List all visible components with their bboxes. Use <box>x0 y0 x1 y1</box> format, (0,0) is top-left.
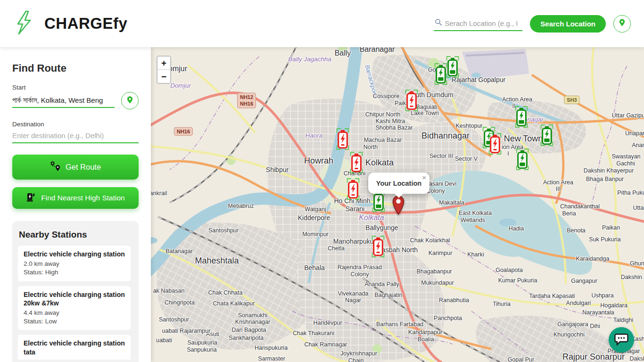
map-place-label: Baranagar <box>360 47 395 54</box>
get-route-button[interactable]: Get Route <box>12 155 139 180</box>
map-place-label: Sector III <box>429 153 453 159</box>
destination-label: Destination <box>12 121 139 128</box>
charging-station-marker-low[interactable] <box>350 152 363 173</box>
map-place-label: Machua Bazar <box>364 137 402 143</box>
map-place-label: Sanpukuria <box>187 346 216 353</box>
map-place-label: Manoharpukur <box>333 238 376 245</box>
start-input[interactable] <box>12 93 115 108</box>
map-place-label: Boalia <box>418 336 434 343</box>
charging-station-marker-low[interactable] <box>347 178 360 200</box>
map-place-label: Uttar <box>633 205 644 211</box>
find-nearest-high-label: Find Nearest High Station <box>41 194 124 202</box>
map-place-label: Hadia <box>509 225 524 232</box>
charging-station-marker-high[interactable] <box>446 56 459 78</box>
charging-station-marker-high[interactable] <box>516 148 529 170</box>
station-card[interactable]: Electric vehicle charging station tata4.… <box>18 335 131 360</box>
map-place-label: Uriapara <box>625 130 644 137</box>
map-place-label: Chata Kalikapur <box>213 300 255 307</box>
map-place-label: Sector V <box>455 156 478 162</box>
search-location-button[interactable]: Search Location <box>530 15 606 33</box>
map-place-label: Cossipore <box>373 93 399 99</box>
map-place-label: Karaidandga <box>576 255 610 262</box>
map-place-label: Tardaha Kapasati <box>529 293 575 299</box>
charging-station-marker-high[interactable] <box>435 63 447 85</box>
map-place-label: I <box>507 150 509 157</box>
nearby-stations-title: Nearby Stations <box>18 230 133 240</box>
charging-station-marker-low[interactable] <box>337 128 349 150</box>
map-place-label: Ghunim <box>630 260 644 267</box>
map-place-label: Chairi <box>348 357 364 362</box>
map-place-label: Chak Chhata <box>208 289 243 296</box>
charging-station-marker-high[interactable] <box>515 106 528 128</box>
map-canvas[interactable]: + − Your Location × BallyBaranagarBally … <box>151 47 644 362</box>
station-list[interactable]: Electric vehicle charging station2.0 km … <box>18 246 133 360</box>
road-shield-badge: NH12NH16 <box>237 93 256 108</box>
zoom-in-button[interactable]: + <box>157 57 170 70</box>
my-location-button[interactable] <box>613 15 631 33</box>
charging-station-marker-low[interactable] <box>372 236 385 257</box>
map-place-label: Shobha Bazar <box>375 124 413 131</box>
map-place-label: Santoshpur <box>208 227 239 234</box>
map-place-label: Swastayan <box>611 153 640 160</box>
station-status: Status: Low <box>24 317 125 326</box>
find-route-title: Find Route <box>12 62 139 74</box>
map-place-label: Chetla <box>328 245 345 252</box>
station-card[interactable]: Electric vehicle charging station2.0 km … <box>18 246 131 281</box>
charging-station-marker-low[interactable] <box>489 133 502 155</box>
route-icon <box>50 161 61 173</box>
charging-station-marker-low[interactable] <box>405 90 418 111</box>
map-zoom-control: + − <box>157 56 171 84</box>
map-place-label: Suk Pukuria <box>589 236 620 243</box>
map-place-label: Rajendra Prasad <box>338 264 382 271</box>
map-place-label: Metiabruz <box>228 203 254 209</box>
start-label: Start <box>12 84 139 91</box>
map-place-label: Barhans Fartabad <box>376 321 423 328</box>
map-place-label: Chak Kolarkhal <box>410 237 450 244</box>
map-place-label: Wetlands <box>461 217 485 223</box>
zoom-out-button[interactable]: − <box>157 70 170 83</box>
charging-station-marker-high[interactable] <box>541 124 553 146</box>
map-place-label: Kashi Mitra <box>376 118 405 124</box>
search-input[interactable] <box>445 19 521 27</box>
get-route-label: Get Route <box>66 163 101 172</box>
station-distance: 4.4 km away <box>24 309 125 317</box>
road-shield-badge: NH16 <box>174 127 193 136</box>
road-shield-badge: SH3 <box>564 96 579 104</box>
map-place-label: Gachhi <box>616 160 635 167</box>
location-pin-icon <box>126 96 134 106</box>
chat-button[interactable] <box>609 327 634 353</box>
map-place-label: Ananta <box>632 142 644 148</box>
destination-input[interactable] <box>12 129 139 143</box>
map-place-label: Shibpur <box>266 166 289 173</box>
map-place-label: North <box>363 144 378 150</box>
map-place-label: Sankharipota <box>229 335 264 341</box>
map-place-label: asbah North <box>382 246 418 254</box>
map-place-label: Batanagar <box>165 248 193 255</box>
map-place-label: Hogaldara <box>600 302 627 309</box>
map-place-label: Narayantala <box>582 309 614 316</box>
map-place-label: Santoshpur <box>159 316 189 323</box>
app-header: CHARGEfy Search Location <box>0 0 644 47</box>
use-my-location-button[interactable] <box>121 92 139 109</box>
map-place-label: Sarani <box>346 205 364 213</box>
map-place-label: Kidderpore <box>298 214 330 222</box>
map-place-label: Maheshtala <box>195 256 239 266</box>
map-place-label: Basani Devi <box>425 181 457 187</box>
find-nearest-high-button[interactable]: Find Nearest High Station <box>12 187 139 209</box>
map-place-label: uabati Rajarampur <box>162 328 211 334</box>
map-place-label: Action Area <box>543 179 573 186</box>
map-place-label: Benota <box>567 227 586 234</box>
map-place-label: Kolkata <box>359 214 384 222</box>
popup-close-icon[interactable]: × <box>422 173 426 181</box>
your-location-popup: Your Location × <box>368 173 429 194</box>
station-name: Electric vehicle charging station tata <box>24 339 125 356</box>
map-place-label: New Town <box>504 134 543 144</box>
map-place-label: Beria <box>562 210 576 217</box>
map-place-label: Kolkata <box>365 158 394 168</box>
map-place-label: Ballygunge <box>365 224 398 231</box>
station-card[interactable]: Electric vehicle charging station 20kw &… <box>18 286 131 330</box>
station-distance: 4.6 km away <box>24 358 125 360</box>
map-place-label: Nagar <box>345 297 361 304</box>
map-place-label: Sarmaster <box>258 355 285 362</box>
map-place-label: Behala <box>304 264 325 272</box>
